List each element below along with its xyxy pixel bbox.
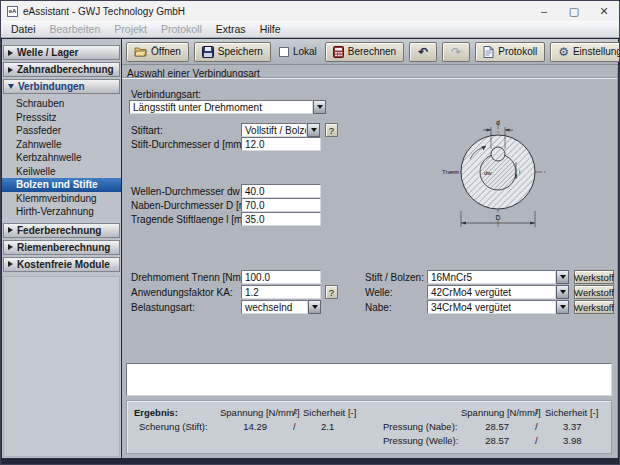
sidebar-tree: Schrauben Presssitz Passfeder Zahnwelle … bbox=[2, 94, 121, 221]
content-panel: Auswahl einer Verbindungsart Verbindungs… bbox=[122, 65, 618, 458]
welle-werkstoff-button[interactable]: Werkstoff bbox=[574, 285, 614, 299]
calculate-button[interactable]: Berechnen bbox=[325, 42, 404, 62]
result-row-label: Pressung (Nabe): bbox=[383, 421, 457, 432]
stift-bolzen-value: 16MnCr5 bbox=[427, 270, 556, 284]
stiftart-select[interactable]: Vollstift / Bolzen bbox=[241, 123, 320, 137]
close-button[interactable]: ✕ bbox=[589, 1, 619, 21]
wellen-durchmesser-input[interactable] bbox=[241, 184, 321, 198]
window-title: eAssistant - GWJ Technology GmbH bbox=[23, 6, 529, 17]
diagram-D-label: D bbox=[495, 214, 500, 221]
sidebar-item-presssitz[interactable]: Presssitz bbox=[2, 111, 121, 125]
sidebar-section-federberechnung[interactable]: Federberechnung bbox=[3, 223, 120, 238]
diagram-l-label: l bbox=[519, 169, 520, 175]
local-checkbox-group[interactable]: Lokal bbox=[276, 46, 320, 57]
anwendungsfaktor-help-button[interactable]: ? bbox=[325, 285, 338, 299]
drehmoment-input[interactable] bbox=[241, 270, 321, 284]
chevron-down-icon bbox=[8, 84, 14, 89]
dropdown-arrow-icon[interactable] bbox=[556, 300, 569, 314]
stiftart-label: Stiftart: bbox=[131, 125, 163, 136]
stiftlaenge-input[interactable] bbox=[241, 212, 321, 226]
section-label: Welle / Lager bbox=[17, 47, 79, 58]
open-folder-icon bbox=[134, 46, 147, 57]
menu-hilfe[interactable]: Hilfe bbox=[254, 22, 287, 36]
settings-button[interactable]: ⚙ Einstellungen bbox=[550, 42, 620, 62]
results-panel: Ergebnis: Spannung [N/mm²] / Sicherheit … bbox=[126, 400, 612, 454]
result-row-label: Scherung (Stift): bbox=[139, 421, 208, 432]
stift-bolzen-werkstoff-button[interactable]: Werkstoff bbox=[574, 270, 614, 284]
col-sep: / bbox=[535, 407, 538, 418]
result-sep: / bbox=[293, 421, 296, 432]
sidebar-section-zahnradberechnung[interactable]: Zahnradberechnung bbox=[3, 62, 120, 77]
dropdown-arrow-icon[interactable] bbox=[556, 270, 569, 284]
gear-icon: ⚙ bbox=[558, 46, 569, 58]
save-button[interactable]: Speichern bbox=[194, 42, 271, 62]
sidebar-section-kostenfreie-module[interactable]: Kostenfreie Module bbox=[3, 257, 120, 272]
menubar: Datei Bearbeiten Projekt Protokoll Extra… bbox=[1, 21, 619, 38]
welle-value: 42CrMo4 vergütet bbox=[427, 285, 556, 299]
titlebar: eA eAssistant - GWJ Technology GmbH – ▢ … bbox=[1, 1, 619, 21]
sidebar-section-riemenberechnung[interactable]: Riemenberechnung bbox=[3, 240, 120, 255]
dropdown-arrow-icon[interactable] bbox=[307, 123, 320, 137]
dropdown-arrow-icon[interactable] bbox=[313, 100, 326, 114]
app-icon: eA bbox=[7, 6, 18, 17]
nabe-value: 34CrMo4 vergütet bbox=[427, 300, 556, 314]
open-button[interactable]: Öffnen bbox=[126, 42, 189, 62]
belastungsart-select[interactable]: wechselnd bbox=[241, 300, 321, 314]
stiftart-help-button[interactable]: ? bbox=[325, 123, 338, 137]
app-window: eA eAssistant - GWJ Technology GmbH – ▢ … bbox=[0, 0, 620, 465]
menu-extras[interactable]: Extras bbox=[210, 22, 252, 36]
welle-select[interactable]: 42CrMo4 vergütet bbox=[427, 285, 569, 299]
verbindungsart-label: Verbindungsart: bbox=[131, 89, 201, 100]
sidebar-item-kerbzahnwelle[interactable]: Kerbzahnwelle bbox=[2, 151, 121, 165]
result-value: 3.98 bbox=[563, 435, 582, 446]
result-row-label: Pressung (Welle): bbox=[383, 435, 458, 446]
welle-label: Welle: bbox=[365, 287, 393, 298]
belastungsart-label: Belastungsart: bbox=[131, 302, 195, 313]
diagram-tnenn-label: Tnenn bbox=[442, 169, 459, 175]
sidebar-item-passfeder[interactable]: Passfeder bbox=[2, 124, 121, 138]
dropdown-arrow-icon[interactable] bbox=[556, 285, 569, 299]
result-value: 28.57 bbox=[469, 421, 509, 432]
message-box bbox=[126, 363, 612, 396]
sidebar-empty-panel bbox=[3, 276, 120, 458]
chevron-right-icon bbox=[8, 261, 13, 267]
diagram-d-label: d bbox=[496, 119, 500, 126]
local-label: Lokal bbox=[293, 46, 317, 57]
nabe-label: Nabe: bbox=[365, 302, 392, 313]
protocol-label: Protokoll bbox=[498, 46, 537, 57]
result-sep: / bbox=[535, 421, 538, 432]
nabe-select[interactable]: 34CrMo4 vergütet bbox=[427, 300, 569, 314]
maximize-button[interactable]: ▢ bbox=[559, 1, 589, 21]
sidebar-item-keilwelle[interactable]: Keilwelle bbox=[2, 165, 121, 179]
result-value: 3.37 bbox=[563, 421, 582, 432]
verbindungsart-select[interactable]: Längsstift unter Drehmoment bbox=[129, 100, 326, 114]
toolbar: Öffnen Speichern Lokal Berechnen ↶ bbox=[122, 39, 618, 65]
stift-durchmesser-input[interactable] bbox=[241, 137, 321, 151]
chevron-right-icon bbox=[8, 227, 13, 233]
menu-bearbeiten: Bearbeiten bbox=[44, 22, 107, 36]
undo-button[interactable]: ↶ bbox=[409, 42, 437, 62]
sidebar-item-zahnwelle[interactable]: Zahnwelle bbox=[2, 138, 121, 152]
naben-durchmesser-input[interactable] bbox=[241, 198, 321, 212]
stift-bolzen-select[interactable]: 16MnCr5 bbox=[427, 270, 569, 284]
sidebar-section-welle-lager[interactable]: Welle / Lager bbox=[3, 45, 120, 60]
document-icon bbox=[483, 46, 494, 58]
chevron-right-icon bbox=[8, 244, 13, 250]
sidebar-section-verbindungen[interactable]: Verbindungen bbox=[3, 79, 120, 94]
section-label: Zahnradberechnung bbox=[17, 64, 114, 75]
minimize-button[interactable]: – bbox=[529, 1, 559, 21]
sidebar-item-hirth-verzahnung[interactable]: Hirth-Verzahnung bbox=[2, 205, 121, 219]
settings-label: Einstellungen bbox=[573, 46, 620, 57]
menu-datei[interactable]: Datei bbox=[5, 22, 42, 36]
dropdown-arrow-icon[interactable] bbox=[308, 300, 321, 314]
sidebar-item-bolzen-und-stifte[interactable]: Bolzen und Stifte bbox=[2, 178, 121, 192]
sidebar-item-schrauben[interactable]: Schrauben bbox=[2, 97, 121, 111]
sidebar-item-klemmverbindung[interactable]: Klemmverbindung bbox=[2, 192, 121, 206]
verbindungsart-value: Längsstift unter Drehmoment bbox=[129, 100, 313, 114]
calculator-icon bbox=[333, 46, 344, 58]
nabe-werkstoff-button[interactable]: Werkstoff bbox=[574, 300, 614, 314]
local-checkbox[interactable] bbox=[279, 47, 289, 57]
protocol-button[interactable]: Protokoll bbox=[475, 42, 545, 62]
calculate-label: Berechnen bbox=[348, 46, 396, 57]
anwendungsfaktor-input[interactable] bbox=[241, 285, 321, 299]
